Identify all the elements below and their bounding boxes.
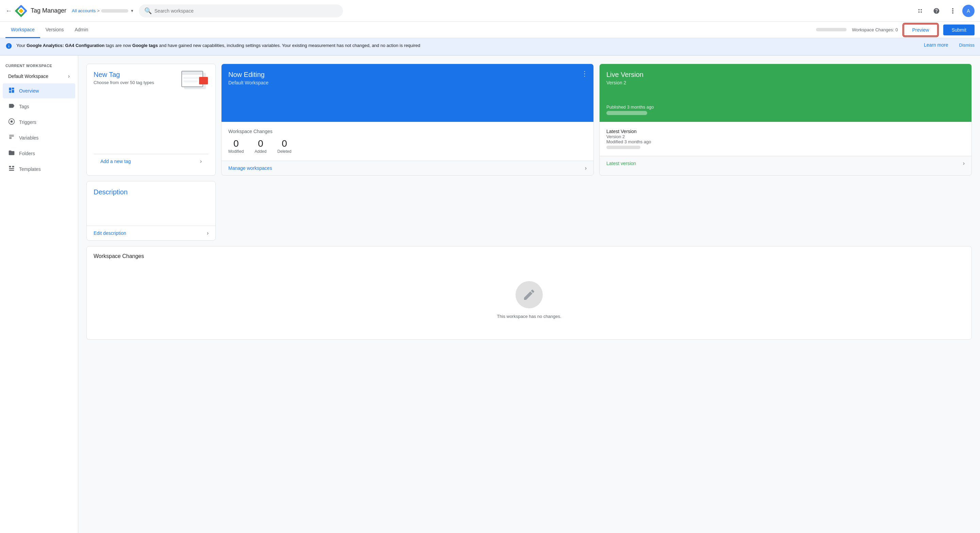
description-body: Description [87, 181, 215, 226]
search-icon: 🔍 [144, 7, 152, 14]
main-content: CURRENT WORKSPACE Default Workspace › Ov… [0, 56, 980, 533]
latest-version-num: Version 2 [606, 134, 965, 139]
variables-icon [8, 134, 15, 142]
workspace-selector[interactable]: Default Workspace › [3, 70, 75, 82]
current-workspace-label: CURRENT WORKSPACE [0, 61, 78, 69]
svg-rect-11 [9, 168, 14, 169]
nav-tabs: Workspace Versions Admin Workspace Chang… [0, 22, 980, 38]
latest-version-modified: Modified 3 months ago [606, 139, 965, 144]
workspace-changes-section: Workspace Changes This workspace has no … [86, 246, 972, 340]
ws-changes-title: Workspace Changes [94, 253, 965, 259]
back-button[interactable]: ← [5, 7, 12, 14]
header-actions: A [913, 4, 975, 18]
deleted-count: 0 [277, 138, 291, 149]
sidebar-item-overview[interactable]: Overview [3, 83, 75, 99]
new-tag-subtitle: Choose from over 50 tag types [94, 80, 154, 85]
svg-point-8 [11, 121, 13, 123]
svg-point-5 [952, 10, 953, 11]
modified-label: Modified [228, 149, 243, 154]
account-name [101, 9, 128, 13]
changes-stats: 0 Modified 0 Added 0 Deleted [228, 138, 587, 154]
published-by-redacted [606, 111, 647, 115]
banner-text-mid: tags are now [106, 43, 132, 48]
added-count: 0 [255, 138, 266, 149]
description-title: Description [94, 188, 208, 196]
avatar[interactable]: A [962, 5, 975, 17]
latest-version-by-redacted [606, 146, 640, 149]
overview-icon [8, 87, 15, 95]
live-version-subtitle: Version 2 [606, 80, 965, 86]
deleted-stat: 0 Deleted [277, 138, 291, 154]
info-icon [5, 43, 12, 51]
sidebar: CURRENT WORKSPACE Default Workspace › Ov… [0, 56, 78, 533]
now-editing-menu-button[interactable]: ⋮ [581, 70, 588, 78]
tab-workspace[interactable]: Workspace [5, 22, 40, 38]
tab-admin[interactable]: Admin [69, 22, 94, 38]
now-editing-body: Workspace Changes 0 Modified 0 Added 0 D [221, 122, 593, 161]
sidebar-item-label-tags: Tags [19, 104, 29, 109]
tab-versions[interactable]: Versions [40, 22, 69, 38]
live-version-footer: Latest version › [600, 156, 972, 170]
spacer [221, 181, 972, 241]
published-time: Published 3 months ago [606, 105, 965, 110]
workspace-changes-label: Workspace Changes: 0 [852, 27, 898, 32]
cards-row-1: New Tag Choose from over 50 tag types [86, 64, 972, 176]
svg-point-6 [952, 12, 953, 14]
submit-button[interactable]: Submit [943, 24, 975, 35]
workspace-changes-section-title: Workspace Changes [228, 129, 587, 134]
live-version-body: Latest Version Version 2 Modified 3 mont… [600, 122, 972, 156]
search-input[interactable] [154, 8, 337, 14]
sidebar-item-folders[interactable]: Folders [3, 146, 75, 161]
cards-row-2: Description Edit description › [86, 181, 972, 241]
workspace-name: Default Workspace [8, 73, 48, 79]
description-card: Description Edit description › [86, 181, 216, 241]
live-version-title: Live Version [606, 71, 965, 79]
dismiss-button[interactable]: Dismiss [959, 43, 975, 48]
latest-version-link[interactable]: Latest version [606, 161, 636, 166]
new-tag-footer: Add a new tag › [94, 154, 208, 169]
add-new-tag-link[interactable]: Add a new tag [100, 159, 131, 164]
tag-illustration [181, 71, 208, 91]
modified-stat: 0 Modified [228, 138, 243, 154]
search-bar: 🔍 [139, 5, 343, 18]
preview-button[interactable]: Preview [904, 24, 938, 36]
banner-text-after: and have gained new capabilities, includ… [159, 43, 421, 48]
workspace-arrow: › [68, 73, 70, 79]
new-tag-title: New Tag [94, 71, 154, 79]
ws-empty-icon [515, 281, 543, 309]
new-tag-header: New Tag Choose from over 50 tag types [94, 71, 208, 91]
new-tag-arrow: › [200, 158, 202, 164]
latest-version-title: Latest Version [606, 129, 965, 134]
now-editing-arrow: › [585, 165, 587, 171]
sidebar-item-variables[interactable]: Variables [3, 130, 75, 145]
svg-point-4 [952, 8, 953, 10]
account-dropdown[interactable]: ▾ [131, 8, 134, 13]
notification-banner: Your Google Analytics: GA4 Configuration… [0, 38, 980, 56]
container-id [816, 27, 846, 32]
breadcrumb-separator: > [97, 8, 100, 13]
banner-text: Your Google Analytics: GA4 Configuration… [16, 42, 920, 49]
sidebar-item-tags[interactable]: Tags [3, 99, 75, 114]
edit-description-link[interactable]: Edit description [94, 231, 126, 236]
sidebar-item-templates[interactable]: Templates [3, 162, 75, 177]
live-version-card: Live Version Version 2 Published 3 month… [599, 64, 972, 176]
tags-icon [8, 102, 15, 111]
ws-empty-state: This workspace has no changes. [94, 267, 965, 333]
added-stat: 0 Added [255, 138, 266, 154]
help-button[interactable] [930, 4, 943, 18]
added-label: Added [255, 149, 266, 154]
all-accounts-link[interactable]: All accounts [72, 8, 95, 13]
grid-button[interactable] [913, 4, 927, 18]
triggers-icon [8, 118, 15, 126]
manage-workspaces-link[interactable]: Manage workspaces [228, 165, 272, 171]
now-editing-footer: Manage workspaces › [221, 161, 593, 175]
svg-rect-12 [9, 170, 14, 171]
sidebar-item-triggers[interactable]: Triggers [3, 115, 75, 130]
svg-rect-10 [12, 166, 14, 167]
learn-more-link[interactable]: Learn more [924, 42, 948, 48]
description-footer: Edit description › [87, 226, 215, 240]
live-version-header: Live Version Version 2 Published 3 month… [600, 64, 972, 122]
sidebar-item-label-overview: Overview [19, 88, 39, 94]
more-button[interactable] [946, 4, 959, 18]
app-logo: Tag Manager [15, 5, 66, 17]
